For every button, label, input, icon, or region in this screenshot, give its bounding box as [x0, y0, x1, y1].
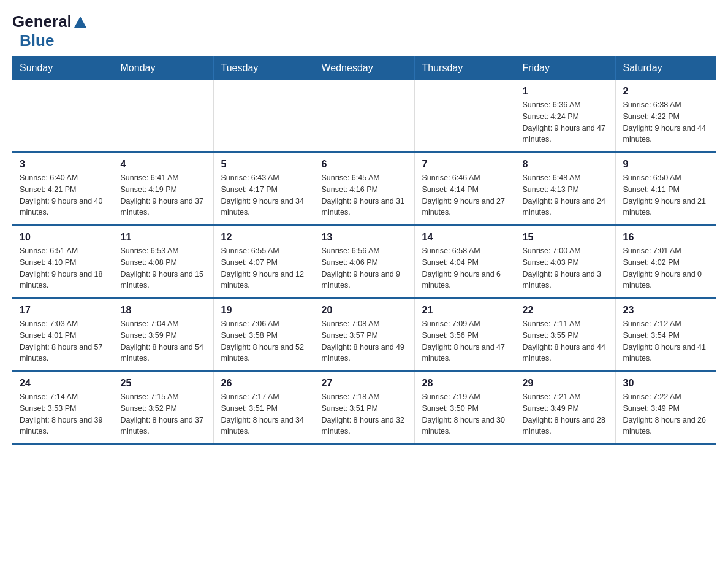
day-number: 5	[221, 159, 306, 170]
logo-general-text: General	[12, 12, 72, 31]
calendar-cell: 5Sunrise: 6:43 AMSunset: 4:17 PMDaylight…	[213, 152, 314, 225]
day-number: 17	[20, 305, 105, 316]
calendar-cell: 16Sunrise: 7:01 AMSunset: 4:02 PMDayligh…	[615, 225, 716, 298]
calendar-cell	[414, 80, 515, 152]
calendar-cell: 1Sunrise: 6:36 AMSunset: 4:24 PMDaylight…	[515, 80, 615, 152]
calendar-cell: 29Sunrise: 7:21 AMSunset: 3:49 PMDayligh…	[515, 371, 615, 444]
day-info: Sunrise: 6:51 AMSunset: 4:10 PMDaylight:…	[20, 245, 105, 291]
weekday-header-thursday: Thursday	[414, 56, 515, 80]
calendar-cell: 13Sunrise: 6:56 AMSunset: 4:06 PMDayligh…	[314, 225, 414, 298]
calendar-cell: 20Sunrise: 7:08 AMSunset: 3:57 PMDayligh…	[314, 298, 414, 371]
calendar-week-row: 10Sunrise: 6:51 AMSunset: 4:10 PMDayligh…	[12, 225, 716, 298]
day-info: Sunrise: 7:03 AMSunset: 4:01 PMDaylight:…	[20, 318, 105, 364]
day-number: 1	[523, 86, 608, 97]
day-number: 7	[422, 159, 507, 170]
calendar-cell: 2Sunrise: 6:38 AMSunset: 4:22 PMDaylight…	[615, 80, 716, 152]
calendar-cell: 27Sunrise: 7:18 AMSunset: 3:51 PMDayligh…	[314, 371, 414, 444]
day-info: Sunrise: 7:22 AMSunset: 3:49 PMDaylight:…	[623, 391, 709, 437]
day-info: Sunrise: 7:04 AMSunset: 3:59 PMDaylight:…	[121, 318, 206, 364]
calendar-cell: 11Sunrise: 6:53 AMSunset: 4:08 PMDayligh…	[113, 225, 213, 298]
day-info: Sunrise: 6:58 AMSunset: 4:04 PMDaylight:…	[422, 245, 507, 291]
day-number: 21	[422, 305, 507, 316]
day-number: 27	[322, 378, 407, 389]
day-info: Sunrise: 7:11 AMSunset: 3:55 PMDaylight:…	[523, 318, 608, 364]
calendar-week-row: 3Sunrise: 6:40 AMSunset: 4:21 PMDaylight…	[12, 152, 716, 225]
day-number: 28	[422, 378, 507, 389]
calendar-cell: 25Sunrise: 7:15 AMSunset: 3:52 PMDayligh…	[113, 371, 213, 444]
calendar-cell: 21Sunrise: 7:09 AMSunset: 3:56 PMDayligh…	[414, 298, 515, 371]
day-number: 2	[623, 86, 709, 97]
calendar-cell: 23Sunrise: 7:12 AMSunset: 3:54 PMDayligh…	[615, 298, 716, 371]
day-number: 14	[422, 232, 507, 243]
day-info: Sunrise: 7:06 AMSunset: 3:58 PMDaylight:…	[221, 318, 306, 364]
day-info: Sunrise: 6:43 AMSunset: 4:17 PMDaylight:…	[221, 172, 306, 218]
day-info: Sunrise: 7:14 AMSunset: 3:53 PMDaylight:…	[20, 391, 105, 437]
weekday-header-friday: Friday	[515, 56, 615, 80]
logo-blue-text: Blue	[20, 31, 54, 50]
day-info: Sunrise: 7:01 AMSunset: 4:02 PMDaylight:…	[623, 245, 709, 291]
day-info: Sunrise: 6:36 AMSunset: 4:24 PMDaylight:…	[523, 99, 608, 145]
weekday-header-wednesday: Wednesday	[314, 56, 414, 80]
day-info: Sunrise: 6:45 AMSunset: 4:16 PMDaylight:…	[322, 172, 407, 218]
calendar-week-row: 1Sunrise: 6:36 AMSunset: 4:24 PMDaylight…	[12, 80, 716, 152]
day-number: 25	[121, 378, 206, 389]
day-info: Sunrise: 7:15 AMSunset: 3:52 PMDaylight:…	[121, 391, 206, 437]
calendar-cell: 10Sunrise: 6:51 AMSunset: 4:10 PMDayligh…	[12, 225, 113, 298]
day-number: 12	[221, 232, 306, 243]
calendar-cell: 7Sunrise: 6:46 AMSunset: 4:14 PMDaylight…	[414, 152, 515, 225]
day-info: Sunrise: 6:53 AMSunset: 4:08 PMDaylight:…	[121, 245, 206, 291]
calendar-week-row: 17Sunrise: 7:03 AMSunset: 4:01 PMDayligh…	[12, 298, 716, 371]
day-number: 24	[20, 378, 105, 389]
day-info: Sunrise: 6:55 AMSunset: 4:07 PMDaylight:…	[221, 245, 306, 291]
calendar-cell	[113, 80, 213, 152]
calendar-table: SundayMondayTuesdayWednesdayThursdayFrid…	[12, 56, 716, 445]
logo-triangle-icon	[74, 17, 86, 28]
weekday-header-tuesday: Tuesday	[213, 56, 314, 80]
day-number: 22	[523, 305, 608, 316]
calendar-cell: 15Sunrise: 7:00 AMSunset: 4:03 PMDayligh…	[515, 225, 615, 298]
day-info: Sunrise: 6:41 AMSunset: 4:19 PMDaylight:…	[121, 172, 206, 218]
calendar-cell	[314, 80, 414, 152]
calendar-header-row: SundayMondayTuesdayWednesdayThursdayFrid…	[12, 56, 716, 80]
calendar-week-row: 24Sunrise: 7:14 AMSunset: 3:53 PMDayligh…	[12, 371, 716, 444]
day-number: 4	[121, 159, 206, 170]
calendar-cell: 28Sunrise: 7:19 AMSunset: 3:50 PMDayligh…	[414, 371, 515, 444]
day-number: 20	[322, 305, 407, 316]
calendar-cell: 4Sunrise: 6:41 AMSunset: 4:19 PMDaylight…	[113, 152, 213, 225]
day-number: 9	[623, 159, 709, 170]
day-number: 13	[322, 232, 407, 243]
day-number: 6	[322, 159, 407, 170]
day-number: 23	[623, 305, 709, 316]
calendar-cell: 22Sunrise: 7:11 AMSunset: 3:55 PMDayligh…	[515, 298, 615, 371]
day-number: 18	[121, 305, 206, 316]
day-info: Sunrise: 7:18 AMSunset: 3:51 PMDaylight:…	[322, 391, 407, 437]
day-number: 16	[623, 232, 709, 243]
day-info: Sunrise: 7:19 AMSunset: 3:50 PMDaylight:…	[422, 391, 507, 437]
day-number: 30	[623, 378, 709, 389]
day-number: 19	[221, 305, 306, 316]
day-number: 3	[20, 159, 105, 170]
weekday-header-saturday: Saturday	[615, 56, 716, 80]
calendar-cell: 3Sunrise: 6:40 AMSunset: 4:21 PMDaylight…	[12, 152, 113, 225]
weekday-header-sunday: Sunday	[12, 56, 113, 80]
calendar-cell: 14Sunrise: 6:58 AMSunset: 4:04 PMDayligh…	[414, 225, 515, 298]
day-number: 11	[121, 232, 206, 243]
calendar-cell: 9Sunrise: 6:50 AMSunset: 4:11 PMDaylight…	[615, 152, 716, 225]
day-info: Sunrise: 6:46 AMSunset: 4:14 PMDaylight:…	[422, 172, 507, 218]
day-info: Sunrise: 6:56 AMSunset: 4:06 PMDaylight:…	[322, 245, 407, 291]
day-info: Sunrise: 6:50 AMSunset: 4:11 PMDaylight:…	[623, 172, 709, 218]
page-header: General Blue	[12, 12, 716, 50]
calendar-cell	[213, 80, 314, 152]
day-number: 8	[523, 159, 608, 170]
calendar-cell: 24Sunrise: 7:14 AMSunset: 3:53 PMDayligh…	[12, 371, 113, 444]
calendar-cell: 19Sunrise: 7:06 AMSunset: 3:58 PMDayligh…	[213, 298, 314, 371]
calendar-cell: 17Sunrise: 7:03 AMSunset: 4:01 PMDayligh…	[12, 298, 113, 371]
day-info: Sunrise: 7:09 AMSunset: 3:56 PMDaylight:…	[422, 318, 507, 364]
calendar-cell: 12Sunrise: 6:55 AMSunset: 4:07 PMDayligh…	[213, 225, 314, 298]
day-info: Sunrise: 7:00 AMSunset: 4:03 PMDaylight:…	[523, 245, 608, 291]
calendar-cell: 26Sunrise: 7:17 AMSunset: 3:51 PMDayligh…	[213, 371, 314, 444]
calendar-cell: 30Sunrise: 7:22 AMSunset: 3:49 PMDayligh…	[615, 371, 716, 444]
day-info: Sunrise: 7:17 AMSunset: 3:51 PMDaylight:…	[221, 391, 306, 437]
day-number: 15	[523, 232, 608, 243]
day-info: Sunrise: 6:40 AMSunset: 4:21 PMDaylight:…	[20, 172, 105, 218]
